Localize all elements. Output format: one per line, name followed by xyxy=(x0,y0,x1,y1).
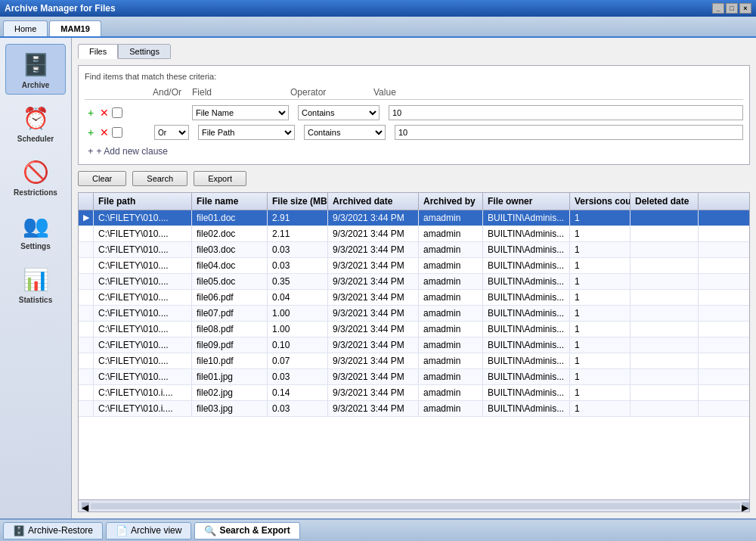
table-row[interactable]: ▶ C:\FILETY\010.... file01.doc 2.91 9/3/… xyxy=(79,210,749,226)
th-filepath: File path xyxy=(94,193,192,210)
table-row[interactable]: C:\FILETY\010.... file07.pdf 1.00 9/3/20… xyxy=(79,306,749,322)
scheduler-icon: ⏰ xyxy=(20,103,51,133)
archive-restore-icon: 🗄️ xyxy=(13,525,25,536)
td-filepath: C:\FILETY\010.i.... xyxy=(94,401,192,416)
table-row[interactable]: C:\FILETY\010.... file03.doc 0.03 9/3/20… xyxy=(79,242,749,258)
td-indicator xyxy=(79,242,94,257)
horizontal-scrollbar[interactable]: ◀ ▶ xyxy=(79,499,749,511)
td-filename: file09.pdf xyxy=(192,337,268,353)
td-archivedby: amadmin xyxy=(419,226,483,241)
tab-settings[interactable]: Settings xyxy=(118,44,171,59)
bottom-tab-archive-view[interactable]: 📄 Archive view xyxy=(106,522,191,539)
td-deleteddate xyxy=(631,242,699,257)
sidebar-item-settings[interactable]: 👥 Settings xyxy=(5,205,66,256)
scroll-right-btn[interactable]: ▶ xyxy=(742,502,749,510)
table-row[interactable]: C:\FILETY\010.... file09.pdf 0.10 9/3/20… xyxy=(79,337,749,353)
td-fileowner: BUILTIN\Adminis... xyxy=(483,306,570,321)
row2-add-icon[interactable]: + xyxy=(85,126,97,138)
td-fileowner: BUILTIN\Adminis... xyxy=(483,242,570,257)
td-filesize: 0.14 xyxy=(268,385,328,400)
bottom-tab-search-export[interactable]: 🔍 Search & Export xyxy=(194,522,299,539)
row2-field-select[interactable]: File Name File Path File Size Archived D… xyxy=(198,125,295,140)
inner-tabs: Files Settings xyxy=(78,44,750,59)
row2-value-input[interactable] xyxy=(395,125,743,140)
row1-field-select[interactable]: File Name File Path File Size Archived D… xyxy=(192,105,289,120)
td-filesize: 0.03 xyxy=(268,258,328,273)
scroll-left-btn[interactable]: ◀ xyxy=(82,502,89,510)
table-row[interactable]: C:\FILETY\010.... file05.doc 0.35 9/3/20… xyxy=(79,274,749,290)
td-versionscount: 1 xyxy=(570,226,631,241)
td-filesize: 0.03 xyxy=(268,242,328,257)
criteria-row-2: + ✕ Or And File Name File Path File Size… xyxy=(85,123,743,142)
clear-button[interactable]: Clear xyxy=(78,171,126,186)
row2-delete-icon[interactable]: ✕ xyxy=(98,126,110,138)
minimize-button[interactable]: _ xyxy=(712,3,724,14)
sidebar-item-archive[interactable]: 🗄️ Archive xyxy=(5,44,66,95)
header-field: Field xyxy=(189,87,287,98)
td-filename: file08.pdf xyxy=(192,322,268,337)
td-fileowner: BUILTIN\Adminis... xyxy=(483,369,570,384)
search-button[interactable]: Search xyxy=(132,171,187,186)
row1-delete-icon[interactable]: ✕ xyxy=(98,107,110,119)
row1-operator-select[interactable]: Contains Equals Starts with Ends with No… xyxy=(298,105,380,120)
bottom-tab-archive-restore[interactable]: 🗄️ Archive-Restore xyxy=(3,522,103,539)
table-row[interactable]: C:\FILETY\010.... file10.pdf 0.07 9/3/20… xyxy=(79,353,749,369)
td-indicator: ▶ xyxy=(79,210,94,225)
td-archiveddate: 9/3/2021 3:44 PM xyxy=(328,369,419,384)
table-row[interactable]: C:\FILETY\010.... file08.pdf 1.00 9/3/20… xyxy=(79,322,749,337)
table-row[interactable]: C:\FILETY\010.i.... file02.jpg 0.14 9/3/… xyxy=(79,385,749,401)
td-deleteddate xyxy=(631,385,699,400)
export-button[interactable]: Export xyxy=(194,171,246,186)
tab-mam19[interactable]: MAM19 xyxy=(49,20,101,36)
td-filepath: C:\FILETY\010.... xyxy=(94,226,192,241)
td-deleteddate xyxy=(631,274,699,289)
scroll-track xyxy=(91,503,740,509)
sidebar-item-statistics[interactable]: 📊 Statistics xyxy=(5,259,66,309)
results-table-container: File path File name File size (MB) Archi… xyxy=(78,192,750,512)
tab-files[interactable]: Files xyxy=(78,44,118,59)
td-versionscount: 1 xyxy=(570,258,631,273)
td-indicator xyxy=(79,258,94,273)
close-button[interactable]: × xyxy=(739,3,751,14)
table-row[interactable]: C:\FILETY\010.... file04.doc 0.03 9/3/20… xyxy=(79,258,749,274)
table-row[interactable]: C:\FILETY\010.... file06.pdf 0.04 9/3/20… xyxy=(79,290,749,306)
th-deleteddate: Deleted date xyxy=(631,193,699,210)
row1-checkbox[interactable] xyxy=(112,107,122,118)
sidebar-label-settings: Settings xyxy=(20,242,50,250)
td-deleteddate xyxy=(631,337,699,353)
td-deleteddate xyxy=(631,322,699,337)
statistics-icon: 📊 xyxy=(20,264,51,294)
row2-operator-select[interactable]: Contains Equals Starts with Ends with No… xyxy=(304,125,386,140)
sidebar-item-scheduler[interactable]: ⏰ Scheduler xyxy=(5,98,66,148)
td-indicator xyxy=(79,353,94,368)
maximize-button[interactable]: □ xyxy=(726,3,738,14)
td-archivedby: amadmin xyxy=(419,274,483,289)
window-title: Archive Manager for Files xyxy=(5,3,116,14)
sidebar-label-scheduler: Scheduler xyxy=(17,135,54,143)
td-filepath: C:\FILETY\010.... xyxy=(94,258,192,273)
td-fileowner: BUILTIN\Adminis... xyxy=(483,226,570,241)
tab-home[interactable]: Home xyxy=(3,20,48,36)
table-row[interactable]: C:\FILETY\010.i.... file03.jpg 0.03 9/3/… xyxy=(79,401,749,417)
table-row[interactable]: C:\FILETY\010.... file02.doc 2.11 9/3/20… xyxy=(79,226,749,242)
td-fileowner: BUILTIN\Adminis... xyxy=(483,353,570,368)
sidebar-item-restrictions[interactable]: 🚫 Restrictions xyxy=(5,151,66,202)
restrictions-icon: 🚫 xyxy=(20,157,51,187)
td-fileowner: BUILTIN\Adminis... xyxy=(483,210,570,225)
td-filesize: 1.00 xyxy=(268,306,328,321)
row1-add-icon[interactable]: + xyxy=(85,107,97,119)
td-archiveddate: 9/3/2021 3:44 PM xyxy=(328,353,419,368)
td-filepath: C:\FILETY\010.... xyxy=(94,306,192,321)
row2-checkbox[interactable] xyxy=(112,127,122,138)
window-controls: _ □ × xyxy=(712,3,751,14)
td-fileowner: BUILTIN\Adminis... xyxy=(483,274,570,289)
td-filepath: C:\FILETY\010.... xyxy=(94,274,192,289)
th-versionscount: Versions count xyxy=(570,193,631,210)
row1-value-input[interactable] xyxy=(389,105,743,120)
row2-andor-select[interactable]: Or And xyxy=(154,125,189,140)
td-filesize: 2.11 xyxy=(268,226,328,241)
title-bar: Archive Manager for Files _ □ × xyxy=(0,0,756,17)
td-filename: file01.doc xyxy=(192,210,268,225)
table-row[interactable]: C:\FILETY\010.... file01.jpg 0.03 9/3/20… xyxy=(79,369,749,385)
add-clause[interactable]: + + Add new clause xyxy=(85,142,743,158)
